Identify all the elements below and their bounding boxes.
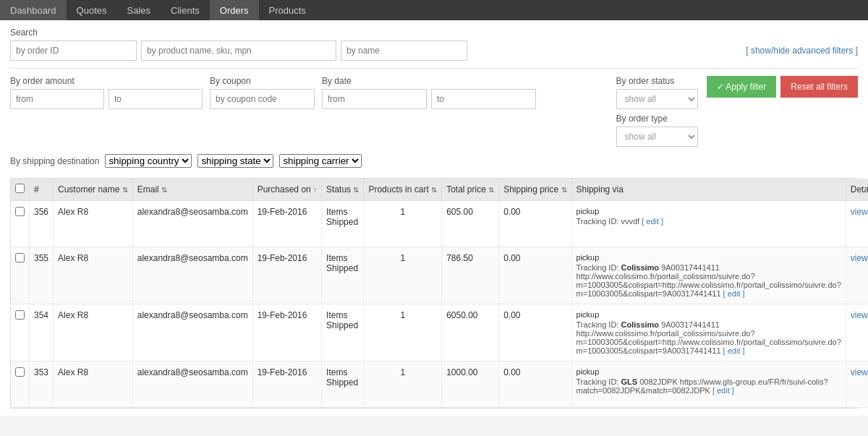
view-link[interactable]: view bbox=[851, 310, 868, 320]
date-to[interactable] bbox=[431, 89, 536, 109]
select-all-checkbox[interactable] bbox=[15, 184, 25, 193]
th-shipping-price[interactable]: Shipping price ⇅ bbox=[499, 179, 571, 201]
edit-tracking-link[interactable]: [ edit ] bbox=[642, 217, 663, 226]
order-type-select[interactable]: show all bbox=[616, 127, 698, 147]
shipping-country-select[interactable]: shipping country bbox=[105, 154, 192, 168]
th-details: Details bbox=[846, 179, 868, 201]
nav-orders[interactable]: Orders bbox=[210, 0, 259, 20]
row-shipping-price: 0.00 bbox=[499, 247, 571, 304]
row-email: alexandra8@seosamba.com bbox=[132, 247, 252, 304]
nav-quotes[interactable]: Quotes bbox=[67, 0, 117, 20]
th-number: # bbox=[30, 179, 54, 201]
coupon-input[interactable] bbox=[210, 89, 315, 109]
row-checkbox[interactable] bbox=[15, 207, 25, 216]
filter-date: By date bbox=[322, 76, 536, 109]
row-email: alexandra8@seosamba.com bbox=[132, 362, 252, 408]
row-id: 354 bbox=[30, 304, 54, 362]
view-link[interactable]: view bbox=[851, 207, 868, 217]
row-details: view bbox=[846, 201, 868, 247]
row-checkbox-cell bbox=[11, 304, 30, 362]
filter-coupon: By coupon bbox=[210, 76, 315, 109]
edit-tracking-link[interactable]: [ edit ] bbox=[712, 386, 734, 395]
row-checkbox[interactable] bbox=[15, 253, 25, 262]
row-shipping-price: 0.00 bbox=[499, 201, 571, 247]
row-total-price: 6050.00 bbox=[442, 304, 499, 362]
row-status: Items Shipped bbox=[322, 362, 364, 408]
show-hide-filters-link[interactable]: [ show/hide advanced filters ] bbox=[746, 46, 858, 56]
th-total-price[interactable]: Total price ⇅ bbox=[442, 179, 499, 201]
search-row: [ show/hide advanced filters ] bbox=[10, 40, 858, 61]
advanced-filters: By order amount By coupon By date bbox=[10, 76, 858, 147]
edit-tracking-link[interactable]: [ edit ] bbox=[723, 346, 745, 355]
main-content: Search [ show/hide advanced filters ] By… bbox=[0, 20, 868, 416]
orders-table-wrapper: # Customer name ⇅ Email ⇅ Purchased on ↑… bbox=[10, 178, 858, 409]
coupon-label: By coupon bbox=[210, 76, 315, 86]
row-customer: Alex R8 bbox=[54, 201, 133, 247]
table-row: 353 Alex R8 alexandra8@seosamba.com 19-F… bbox=[11, 362, 868, 408]
filter-buttons: ✓ Apply filter Reset all filters bbox=[707, 76, 858, 98]
th-status[interactable]: Status ⇅ bbox=[322, 179, 364, 201]
reset-all-button[interactable]: Reset all filters bbox=[780, 76, 858, 98]
divider-1 bbox=[10, 68, 858, 69]
nav-sales[interactable]: Sales bbox=[117, 0, 161, 20]
status-type-group: By order status show all Items Shipped P… bbox=[616, 76, 698, 147]
th-products-in-cart[interactable]: Products in cart ⇅ bbox=[364, 179, 442, 201]
row-date: 19-Feb-2016 bbox=[252, 304, 321, 362]
order-amount-to[interactable] bbox=[109, 89, 203, 109]
table-row: 355 Alex R8 alexandra8@seosamba.com 19-F… bbox=[11, 247, 868, 304]
view-link[interactable]: view bbox=[851, 253, 868, 263]
row-email: alexandra8@seosamba.com bbox=[132, 304, 252, 362]
filter-order-amount: By order amount bbox=[10, 76, 203, 109]
shipping-state-select[interactable]: shipping state bbox=[197, 154, 273, 168]
row-checkbox-cell bbox=[11, 247, 30, 304]
row-checkbox-cell bbox=[11, 201, 30, 247]
table-row: 356 Alex R8 alexandra8@seosamba.com 19-F… bbox=[11, 201, 868, 247]
filter-order-status: By order status show all Items Shipped P… bbox=[616, 76, 698, 109]
row-status: Items Shipped bbox=[322, 201, 364, 247]
row-checkbox-cell bbox=[11, 362, 30, 408]
row-shipping-price: 0.00 bbox=[499, 304, 571, 362]
nav-clients[interactable]: Clients bbox=[161, 0, 210, 20]
date-from[interactable] bbox=[322, 89, 427, 109]
order-status-select[interactable]: show all Items Shipped Pending Processin… bbox=[616, 89, 698, 109]
order-type-label: By order type bbox=[616, 114, 698, 124]
search-order-id[interactable] bbox=[10, 40, 137, 61]
row-date: 19-Feb-2016 bbox=[252, 201, 321, 247]
row-checkbox[interactable] bbox=[15, 310, 25, 320]
row-products: 1 bbox=[364, 247, 442, 304]
row-products: 1 bbox=[364, 201, 442, 247]
search-product[interactable] bbox=[141, 40, 336, 61]
th-checkbox bbox=[11, 179, 30, 201]
shipping-carrier-select[interactable]: shipping carrier bbox=[279, 154, 362, 168]
search-label: Search bbox=[10, 27, 858, 38]
row-products: 1 bbox=[364, 304, 442, 362]
edit-tracking-link[interactable]: [ edit ] bbox=[723, 289, 745, 298]
row-id: 355 bbox=[30, 247, 54, 304]
row-total-price: 605.00 bbox=[442, 201, 499, 247]
row-total-price: 786.50 bbox=[442, 247, 499, 304]
row-id: 353 bbox=[30, 362, 54, 408]
row-details: view bbox=[846, 304, 868, 362]
row-details: view bbox=[846, 247, 868, 304]
order-amount-label: By order amount bbox=[10, 76, 203, 86]
row-shipping-via: pickup Tracking ID: GLS 0082JDPK https:/… bbox=[571, 362, 846, 408]
row-shipping-via: pickup Tracking ID: vvvdf [ edit ] bbox=[571, 201, 846, 247]
th-email[interactable]: Email ⇅ bbox=[132, 179, 252, 201]
nav-dashboard[interactable]: Dashboard bbox=[0, 0, 67, 20]
navigation: Dashboard Quotes Sales Clients Orders Pr… bbox=[0, 0, 868, 20]
search-name[interactable] bbox=[341, 40, 467, 61]
nav-products[interactable]: Products bbox=[259, 0, 316, 20]
row-checkbox[interactable] bbox=[15, 367, 25, 377]
row-shipping-via: pickup Tracking ID: Colissimo 9A00317441… bbox=[571, 304, 846, 362]
shipping-destination-section: By shipping destination shipping country… bbox=[10, 154, 858, 168]
row-status: Items Shipped bbox=[322, 304, 364, 362]
apply-filter-button[interactable]: ✓ Apply filter bbox=[707, 76, 777, 98]
orders-table: # Customer name ⇅ Email ⇅ Purchased on ↑… bbox=[11, 179, 868, 408]
order-status-label: By order status bbox=[616, 76, 698, 86]
order-amount-from[interactable] bbox=[10, 89, 104, 109]
search-section: Search [ show/hide advanced filters ] bbox=[10, 27, 858, 61]
th-customer-name[interactable]: Customer name ⇅ bbox=[54, 179, 133, 201]
row-details: view bbox=[846, 362, 868, 408]
view-link[interactable]: view bbox=[851, 367, 868, 377]
th-purchased-on[interactable]: Purchased on ↑ bbox=[252, 179, 321, 201]
